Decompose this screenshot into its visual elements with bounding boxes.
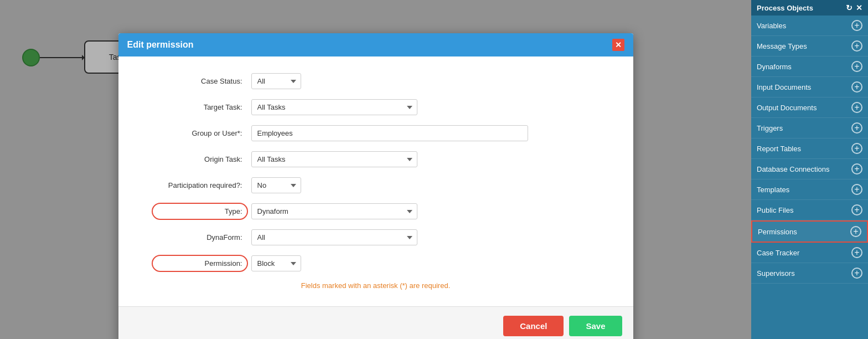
case-status-control: All Draft To Do Completed (251, 73, 301, 89)
type-control: Dynaform Report Other (251, 203, 417, 219)
type-label: Type: (141, 207, 251, 215)
sidebar-item-permissions[interactable]: Permissions + (751, 220, 868, 243)
target-task-row: Target Task: All Tasks Task 1 Task 2 (141, 99, 611, 115)
group-or-user-label: Group or User*: (141, 129, 251, 137)
add-output-documents-icon[interactable]: + (851, 102, 862, 113)
dynaform-select[interactable]: All (251, 229, 417, 245)
modal-close-button[interactable]: ✕ (612, 39, 624, 51)
add-message-types-icon[interactable]: + (851, 40, 862, 52)
close-sidebar-icon[interactable]: ✕ (856, 3, 862, 12)
modal-title: Edit permission (127, 40, 194, 50)
participation-required-row: Participation required?: No Yes (141, 177, 611, 193)
origin-task-label: Origin Task: (141, 155, 251, 163)
group-or-user-control (251, 125, 528, 141)
add-supervisors-icon[interactable]: + (851, 268, 862, 279)
add-public-files-icon[interactable]: + (851, 204, 862, 215)
participation-required-control: No Yes (251, 177, 301, 193)
target-task-select[interactable]: All Tasks Task 1 Task 2 (251, 99, 417, 115)
add-triggers-icon[interactable]: + (851, 122, 862, 133)
case-status-label: Case Status: (141, 77, 251, 85)
permission-control: Block Allow (251, 255, 301, 271)
type-select[interactable]: Dynaform Report Other (251, 203, 417, 219)
save-button[interactable]: Save (569, 316, 622, 336)
dynaform-label: DynaForm: (141, 233, 251, 242)
sidebar-item-case-tracker[interactable]: Case Tracker + (751, 243, 868, 263)
add-dynaforms-icon[interactable]: + (851, 61, 862, 72)
dynaform-row: DynaForm: All (141, 229, 611, 245)
permission-row: Permission: Block Allow (141, 255, 611, 271)
sidebar-item-variables[interactable]: Variables + (751, 16, 868, 36)
sidebar-item-output-documents[interactable]: Output Documents + (751, 97, 868, 118)
sidebar-item-input-documents[interactable]: Input Documents + (751, 77, 868, 97)
origin-task-control: All Tasks Task 1 Task 2 (251, 151, 417, 167)
sidebar-item-database-connections[interactable]: Database Connections + (751, 159, 868, 179)
sidebar-item-report-tables[interactable]: Report Tables + (751, 138, 868, 159)
permission-select[interactable]: Block Allow (251, 255, 301, 271)
modal-overlay: Edit permission ✕ Case Status: All Draft… (0, 0, 751, 339)
add-templates-icon[interactable]: + (851, 184, 862, 195)
permission-label: Permission: (141, 259, 251, 268)
sidebar-item-public-files[interactable]: Public Files + (751, 200, 868, 220)
group-or-user-input[interactable] (251, 125, 528, 141)
type-row: Type: Dynaform Report Other (141, 203, 611, 219)
add-database-connections-icon[interactable]: + (851, 163, 862, 174)
group-or-user-row: Group or User*: (141, 125, 611, 141)
add-variables-icon[interactable]: + (851, 20, 862, 31)
sidebar-header-actions: ↻ ✕ (846, 3, 862, 12)
cancel-button[interactable]: Cancel (503, 316, 564, 336)
case-status-row: Case Status: All Draft To Do Completed (141, 73, 611, 89)
add-case-tracker-icon[interactable]: + (851, 247, 862, 258)
process-objects-sidebar: Process Objects ↻ ✕ Variables + Message … (751, 0, 868, 339)
add-report-tables-icon[interactable]: + (851, 143, 862, 154)
edit-permission-modal: Edit permission ✕ Case Status: All Draft… (118, 33, 633, 339)
refresh-icon[interactable]: ↻ (846, 3, 852, 12)
sidebar-item-supervisors[interactable]: Supervisors + (751, 263, 868, 284)
modal-footer: Cancel Save (118, 306, 633, 339)
sidebar-item-triggers[interactable]: Triggers + (751, 118, 868, 138)
origin-task-select[interactable]: All Tasks Task 1 Task 2 (251, 151, 417, 167)
sidebar-item-dynaforms[interactable]: Dynaforms + (751, 56, 868, 77)
case-status-select[interactable]: All Draft To Do Completed (251, 73, 301, 89)
sidebar-header: Process Objects ↻ ✕ (751, 0, 868, 16)
required-note: Fields marked with an asterisk (*) are r… (141, 281, 611, 290)
dynaform-control: All (251, 229, 417, 245)
participation-required-label: Participation required?: (141, 181, 251, 189)
add-permissions-icon[interactable]: + (850, 226, 861, 237)
sidebar-item-templates[interactable]: Templates + (751, 179, 868, 200)
participation-required-select[interactable]: No Yes (251, 177, 301, 193)
target-task-label: Target Task: (141, 103, 251, 111)
target-task-control: All Tasks Task 1 Task 2 (251, 99, 417, 115)
origin-task-row: Origin Task: All Tasks Task 1 Task 2 (141, 151, 611, 167)
sidebar-item-message-types[interactable]: Message Types + (751, 36, 868, 56)
sidebar-title: Process Objects (757, 4, 813, 12)
modal-body: Case Status: All Draft To Do Completed T… (118, 56, 633, 306)
modal-header: Edit permission ✕ (118, 33, 633, 56)
add-input-documents-icon[interactable]: + (851, 81, 862, 93)
